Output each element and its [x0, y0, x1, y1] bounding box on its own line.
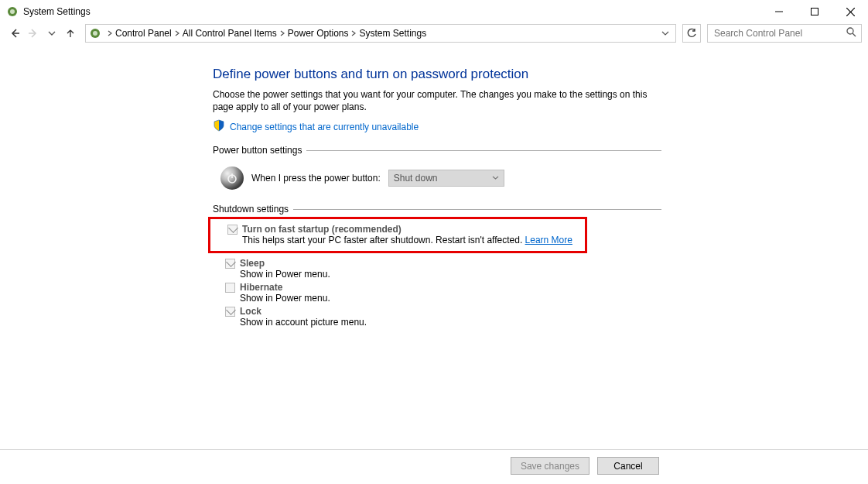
- admin-link-row: Change settings that are currently unava…: [213, 119, 661, 134]
- sleep-desc: Show in Power menu.: [240, 269, 661, 280]
- recent-dropdown[interactable]: [43, 25, 60, 42]
- cancel-button[interactable]: Cancel: [597, 457, 659, 475]
- lock-checkbox[interactable]: [225, 307, 235, 317]
- chevron-right-icon[interactable]: [348, 30, 359, 36]
- highlight-box: Turn on fast startup (recommended) This …: [208, 217, 587, 253]
- divider: [293, 209, 661, 210]
- svg-point-9: [93, 31, 97, 36]
- back-button[interactable]: [6, 25, 23, 42]
- fast-startup-label: Turn on fast startup (recommended): [242, 224, 580, 235]
- learn-more-link[interactable]: Learn More: [525, 235, 572, 245]
- chevron-right-icon[interactable]: [104, 30, 115, 36]
- section-header-power-label: Power button settings: [213, 145, 302, 156]
- navbar: Control Panel All Control Panel Items Po…: [0, 23, 868, 46]
- lock-label: Lock: [240, 306, 661, 317]
- lock-item: Lock Show in account picture menu.: [213, 304, 661, 328]
- save-button[interactable]: Save changes: [511, 457, 589, 475]
- chevron-right-icon[interactable]: [172, 30, 183, 36]
- minimize-button[interactable]: [761, 0, 797, 23]
- sleep-label: Sleep: [240, 258, 661, 269]
- fast-startup-item: Turn on fast startup (recommended) This …: [215, 222, 580, 246]
- hibernate-label: Hibernate: [240, 282, 661, 293]
- fast-startup-desc-text: This helps start your PC faster after sh…: [242, 235, 525, 245]
- shutdown-section: Shutdown settings Turn on fast startup (…: [213, 204, 661, 328]
- close-button[interactable]: [832, 0, 868, 23]
- divider: [306, 150, 661, 151]
- refresh-button[interactable]: [682, 24, 701, 43]
- window-controls: [761, 0, 868, 23]
- power-button-section: Power button settings When I press the p…: [213, 145, 661, 201]
- address-bar[interactable]: Control Panel All Control Panel Items Po…: [85, 24, 676, 43]
- hibernate-item: Hibernate Show in Power menu.: [213, 280, 661, 304]
- power-button-row: When I press the power button: Shut down: [213, 160, 661, 201]
- section-header-power: Power button settings: [213, 145, 661, 156]
- window-title: System Settings: [23, 6, 91, 17]
- sleep-checkbox[interactable]: [225, 259, 235, 269]
- breadcrumb-system-settings[interactable]: System Settings: [359, 28, 426, 39]
- page-title: Define power buttons and turn on passwor…: [213, 67, 661, 82]
- address-icon: [89, 27, 101, 39]
- power-button-select[interactable]: Shut down: [388, 170, 504, 187]
- app-icon: [6, 5, 19, 18]
- section-header-shutdown-label: Shutdown settings: [213, 204, 289, 215]
- lock-desc: Show in account picture menu.: [240, 317, 661, 328]
- up-button[interactable]: [62, 25, 79, 42]
- section-header-shutdown: Shutdown settings: [213, 204, 661, 215]
- main-content: Define power buttons and turn on passwor…: [213, 62, 661, 328]
- footer-separator: [0, 449, 868, 450]
- svg-line-11: [853, 33, 856, 36]
- breadcrumb-all-items[interactable]: All Control Panel Items: [183, 28, 277, 39]
- breadcrumb-power-options[interactable]: Power Options: [288, 28, 349, 39]
- address-dropdown[interactable]: [658, 29, 672, 37]
- hibernate-checkbox[interactable]: [225, 283, 235, 293]
- fast-startup-desc: This helps start your PC faster after sh…: [242, 235, 580, 245]
- svg-point-1: [10, 9, 15, 14]
- maximize-button[interactable]: [797, 0, 832, 23]
- hibernate-desc: Show in Power menu.: [240, 293, 661, 304]
- svg-point-10: [847, 28, 853, 34]
- change-unavailable-link[interactable]: Change settings that are currently unava…: [230, 122, 419, 132]
- chevron-down-icon: [492, 173, 499, 184]
- search-input[interactable]: [713, 27, 846, 39]
- forward-button[interactable]: [25, 25, 42, 42]
- sleep-item: Sleep Show in Power menu.: [213, 256, 661, 280]
- shield-icon: [213, 119, 225, 134]
- power-button-value: Shut down: [394, 173, 438, 184]
- fast-startup-checkbox[interactable]: [227, 225, 238, 235]
- page-description: Choose the power settings that you want …: [213, 88, 661, 113]
- svg-rect-3: [812, 9, 818, 15]
- titlebar: System Settings: [0, 0, 868, 23]
- power-button-label: When I press the power button:: [251, 173, 381, 184]
- search-icon[interactable]: [846, 27, 856, 39]
- footer: Save changes Cancel: [511, 457, 659, 475]
- chevron-right-icon[interactable]: [277, 30, 288, 36]
- power-icon: [220, 166, 244, 190]
- breadcrumb-control-panel[interactable]: Control Panel: [115, 28, 172, 39]
- search-box[interactable]: [707, 24, 862, 43]
